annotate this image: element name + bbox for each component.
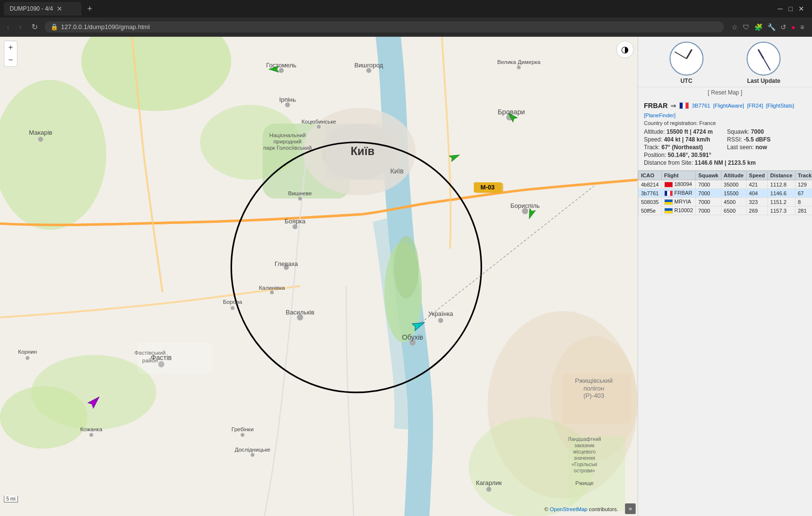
svg-point-38 xyxy=(250,453,254,457)
back-button[interactable]: ‹ xyxy=(4,21,12,33)
lastseen-info: Last seen: now xyxy=(727,144,807,151)
address-bar[interactable]: 🔒 127.0.0.1/dump1090/gmap.html xyxy=(45,21,724,32)
track-info: Track: 67° (Northeast) xyxy=(644,144,723,151)
zoom-out-button[interactable]: − xyxy=(4,54,17,66)
rssi-value: -5.5 dBFS xyxy=(744,136,770,143)
col-track[interactable]: Track xyxy=(795,171,812,180)
table-row[interactable]: 508035 MRYIA 7000 4500 323 1151.2 8 3277… xyxy=(639,198,812,206)
main-content: Київ Київ Бородянка Бабинці Гостомель Ви… xyxy=(0,37,812,516)
table-row[interactable]: 4b8214 180094 7000 35000 421 1112.8 129 … xyxy=(639,180,812,189)
svg-text:значення: значення xyxy=(574,455,595,461)
fr24-link[interactable]: [FR24] xyxy=(747,103,763,109)
flightstats-link[interactable]: [FlightStats] xyxy=(766,103,794,109)
forward-button[interactable]: › xyxy=(16,21,24,33)
svg-text:Велика Димерка: Велика Димерка xyxy=(497,59,541,65)
map-area[interactable]: Київ Київ Бородянка Бабинці Гостомель Ви… xyxy=(0,37,638,516)
reload-button[interactable]: ↻ xyxy=(29,20,41,33)
svg-text:Обухів: Обухів xyxy=(402,333,423,341)
svg-text:полігон: полігон xyxy=(583,385,604,392)
svg-point-39 xyxy=(486,487,491,492)
cell-flight: R10002 xyxy=(661,206,696,215)
browser-nav-icons: ☆ 🛡 🧩 🔧 ↺ ● ≡ xyxy=(728,23,808,31)
utc-hour-hand xyxy=(686,49,692,59)
col-flight[interactable]: Flight xyxy=(661,171,696,180)
flightaware-link[interactable]: [FlightAware] xyxy=(713,103,744,109)
svg-text:заказник: заказник xyxy=(575,443,595,448)
position-label: Position: 50.146°, 30.591° xyxy=(644,152,711,158)
osm-link[interactable]: OpenStreetMap xyxy=(550,506,588,512)
cell-speed: 323 xyxy=(746,198,767,206)
svg-text:Київ: Київ xyxy=(351,145,375,157)
cell-altitude: 35000 xyxy=(721,180,746,189)
cell-icao: 3b7761 xyxy=(639,189,662,198)
tab-close-button[interactable]: ✕ xyxy=(57,5,62,13)
position-value: 50.146°, 30.591° xyxy=(668,152,711,158)
close-button[interactable]: ✕ xyxy=(798,5,804,13)
table-row[interactable]: 50ff5e R10002 7000 6500 269 1157.3 281 3… xyxy=(639,206,812,215)
contributors-text: contributors. xyxy=(589,506,618,512)
zoom-in-button[interactable]: + xyxy=(4,41,17,54)
cell-speed: 404 xyxy=(746,189,767,198)
distance-value: 1146.6 NM | 2123.5 km xyxy=(695,159,756,166)
reset-map-link[interactable]: [ Reset Map ] xyxy=(708,89,742,96)
svg-text:Макарів: Макарів xyxy=(29,129,52,136)
new-tab-button[interactable]: + xyxy=(83,2,96,16)
bookmark-icon[interactable]: ☆ xyxy=(732,23,738,31)
extension-icon: 🧩 xyxy=(754,23,763,31)
zoom-controls: + − xyxy=(4,41,17,67)
navigation-bar: ‹ › ↻ 🔒 127.0.0.1/dump1090/gmap.html ☆ 🛡… xyxy=(0,17,812,37)
cell-speed: 269 xyxy=(746,206,767,215)
maximize-button[interactable]: □ xyxy=(789,5,793,13)
svg-text:Дослідницьке: Дослідницьке xyxy=(234,446,270,453)
svg-point-29 xyxy=(231,306,234,310)
aircraft-table[interactable]: ICAO Flight Squawk Altitude Speed Distan… xyxy=(638,171,812,516)
menu-icon[interactable]: ≡ xyxy=(800,23,804,31)
active-tab[interactable]: DUMP1090 - 4/4 ✕ xyxy=(4,2,81,16)
planefinder-link[interactable]: [PlaneFinder] xyxy=(644,112,675,118)
expand-button[interactable]: » xyxy=(625,503,636,514)
profile-icon[interactable]: ● xyxy=(791,23,795,31)
table-row[interactable]: 3b7761 FRBAR 7000 15500 404 1146.6 67 32… xyxy=(639,189,812,198)
cell-squawk: 7000 xyxy=(696,198,721,206)
track-label: Track: 67° (Northeast) xyxy=(644,144,703,151)
cell-flight: 180094 xyxy=(661,180,696,189)
cell-speed: 421 xyxy=(746,180,767,189)
cell-track: 129 xyxy=(795,180,812,189)
col-speed[interactable]: Speed xyxy=(746,171,767,180)
svg-text:(Р)-403: (Р)-403 xyxy=(583,392,604,399)
col-squawk[interactable]: Squawk xyxy=(696,171,721,180)
address-text: 127.0.0.1/dump1090/gmap.html xyxy=(61,23,150,31)
svg-text:Ржищівський: Ржищівський xyxy=(575,377,613,384)
col-icao[interactable]: ICAO xyxy=(639,171,662,180)
layer-button[interactable]: ◑ xyxy=(616,41,634,58)
track-value: 67° (Northeast) xyxy=(661,144,703,151)
svg-text:«Горільські: «Горільські xyxy=(572,462,597,467)
altitude-label: Altitude: 15500 ft | 4724 m xyxy=(644,128,713,135)
position-info: Position: 50.146°, 30.591° xyxy=(644,152,806,158)
squawk-label: Squawk: 7000 xyxy=(727,128,764,135)
svg-text:Гребінки: Гребінки xyxy=(232,426,254,432)
utc-clock-label: UTC xyxy=(680,78,692,84)
svg-text:Кожанка: Кожанка xyxy=(80,426,103,432)
cell-altitude: 15500 xyxy=(721,189,746,198)
squawk-value: 7000 xyxy=(751,128,764,135)
col-distance[interactable]: Distance xyxy=(767,171,795,180)
cell-icao: 50ff5e xyxy=(639,206,662,215)
map-svg: Київ Київ Бородянка Бабинці Гостомель Ви… xyxy=(0,37,638,516)
aircraft-callsign-label: FRBAR xyxy=(644,102,668,109)
osm-attribution: © OpenStreetMap contributors. xyxy=(545,506,618,512)
address-host: 127.0.0.1 xyxy=(61,23,87,31)
svg-text:Борова: Борова xyxy=(223,298,242,305)
table-header-row: ICAO Flight Squawk Altitude Speed Distan… xyxy=(639,171,812,180)
svg-text:Бориспіль: Бориспіль xyxy=(510,202,540,209)
info-grid: Altitude: 15500 ft | 4724 m Squawk: 7000… xyxy=(644,128,806,166)
cell-altitude: 4500 xyxy=(721,198,746,206)
cell-squawk: 7000 xyxy=(696,206,721,215)
secure-icon: 🔒 xyxy=(50,23,58,31)
col-altitude[interactable]: Altitude xyxy=(721,171,746,180)
svg-text:природний: природний xyxy=(273,138,301,144)
svg-text:Гостомель: Гостомель xyxy=(266,62,297,69)
icao-link[interactable]: 3B7761 xyxy=(692,103,710,109)
lastupdate-clock-face xyxy=(747,42,781,76)
minimize-button[interactable]: ─ xyxy=(778,5,783,13)
